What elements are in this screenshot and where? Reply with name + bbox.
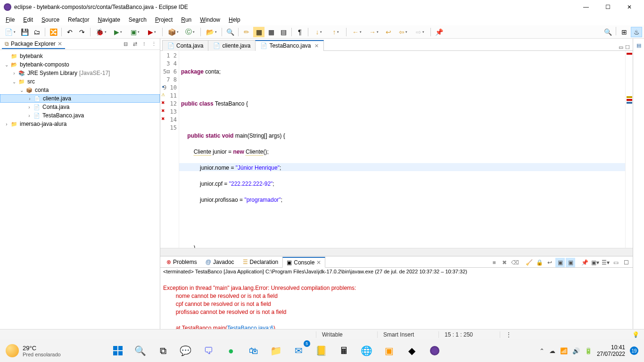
open-console-icon[interactable]: ☰▾ <box>601 258 610 267</box>
external-tools-button[interactable]: ▶ <box>144 27 160 37</box>
close-tab-icon[interactable]: ✕ <box>314 43 319 49</box>
new-button[interactable]: 📄 <box>2 27 18 37</box>
new-java-class-button[interactable]: Ⓒ <box>182 27 198 37</box>
quick-access-button[interactable]: 🔍 <box>602 27 613 37</box>
pilcrow-button[interactable]: ¶ <box>294 27 305 37</box>
editor-area[interactable]: ● ⚠ ✖ ✖ ✖ 1 2 3 4 5⊟ 6 7 8 9 10 11 12 13… <box>160 51 633 248</box>
menu-navigate[interactable]: Navigate <box>94 15 124 25</box>
show-console-icon[interactable]: ▣ <box>555 258 565 267</box>
package-explorer-tab[interactable]: ⧉ Package Explorer ✕ <box>2 40 65 49</box>
forward-button[interactable]: → <box>366 27 382 37</box>
menu-file[interactable]: File <box>2 15 18 25</box>
line-gutter[interactable]: ● ⚠ ✖ ✖ ✖ 1 2 3 4 5⊟ 6 7 8 9 10 11 12 13… <box>160 51 179 248</box>
word-wrap-icon[interactable]: ↩ <box>545 258 554 267</box>
taskbar-taskview-icon[interactable]: ⧉ <box>154 341 173 360</box>
fwd-history-button[interactable]: ⇨ <box>412 27 428 37</box>
taskbar-weather[interactable]: 29°C Pred ensolarado <box>6 344 61 357</box>
remove-launch-icon[interactable]: ✖ <box>500 258 509 267</box>
tree-file-conta[interactable]: ›📄 Conta.java <box>0 103 160 111</box>
menu-source[interactable]: Source <box>38 15 63 25</box>
tray-wifi-icon[interactable]: 📶 <box>560 347 568 354</box>
link-editor-icon[interactable]: ⇄ <box>131 40 139 49</box>
debug-button[interactable]: 🐞 <box>93 27 109 37</box>
focus-icon[interactable]: ⁝ <box>140 40 149 49</box>
toggle-word-wrap-button[interactable]: ▤ <box>278 27 289 37</box>
tree-file-cliente[interactable]: ›📄 cliente.java <box>0 94 160 103</box>
start-button[interactable] <box>108 341 127 360</box>
menu-search[interactable]: Search <box>125 15 150 25</box>
pin-console-icon[interactable]: 📌 <box>580 258 589 267</box>
tab-javadoc[interactable]: @ Javadoc <box>201 257 239 267</box>
taskbar-store-icon[interactable]: 🛍 <box>244 341 263 360</box>
toggle-block-button[interactable]: ▦ <box>253 27 264 37</box>
tab-problems[interactable]: ⊗ Problems <box>162 257 201 267</box>
tab-declaration[interactable]: ☰ Declaration <box>239 257 283 267</box>
project-tree[interactable]: 📁 bytebank ⌄📂 bytebank-composto ›📚 JRE S… <box>0 50 160 329</box>
tray-notifications[interactable]: 19 <box>630 346 638 355</box>
status-overflow-icon[interactable]: ⋮ <box>500 331 517 338</box>
undo-button[interactable]: ↶ <box>64 27 75 37</box>
min-view-icon[interactable]: ▭ <box>611 258 620 267</box>
tray-chevron-icon[interactable]: ⌃ <box>539 347 545 354</box>
tab-console[interactable]: ▣ Console ✕ <box>282 257 325 268</box>
prev-annotation-button[interactable]: ↑ <box>328 27 344 37</box>
editor-tab-conta[interactable]: 📄 Conta.java <box>162 40 208 51</box>
scroll-lock-icon[interactable]: 🔒 <box>535 258 544 267</box>
toggle-ws-button[interactable]: ▦ <box>265 27 277 37</box>
save-all-button[interactable]: 🗂 <box>31 27 42 37</box>
menu-run[interactable]: Run <box>177 15 195 25</box>
tray-clock[interactable]: 10:41 27/07/2022 <box>597 344 625 357</box>
taskbar-spotify-icon[interactable]: ● <box>222 341 240 360</box>
next-annotation-button[interactable]: ↓ <box>311 27 327 37</box>
back-history-button[interactable]: ⇦ <box>395 27 411 37</box>
open-perspective-button[interactable]: ⊞ <box>619 27 630 37</box>
save-button[interactable]: 💾 <box>19 27 30 37</box>
open-type-button[interactable]: 📂 <box>203 27 219 37</box>
remove-all-icon[interactable]: ⌫ <box>510 258 520 267</box>
taskbar-explorer-icon[interactable]: 📁 <box>267 341 286 360</box>
tree-project-imersao[interactable]: ›📁 imersao-java-alura <box>0 120 160 128</box>
tree-project-bytebank[interactable]: 📁 bytebank <box>0 52 160 60</box>
taskbar-discord-icon[interactable]: 🗨 <box>199 341 218 360</box>
console-output[interactable]: Exception in thread "main" java.lang.Err… <box>160 275 633 329</box>
view-menu-icon[interactable]: ⋮ <box>149 40 158 49</box>
max-view-icon[interactable]: ☐ <box>621 258 631 267</box>
editor-tab-testabanco[interactable]: 📄 TestaBanco.java ✕ <box>255 40 324 51</box>
editor-tab-cliente[interactable]: 📄 cliente.java <box>208 40 256 51</box>
collapse-all-icon[interactable]: ⊟ <box>121 40 130 49</box>
switch-editor-button[interactable]: 🔀 <box>48 27 59 37</box>
tree-src[interactable]: ⌄📁 src <box>0 77 160 86</box>
taskbar-sublime-icon[interactable]: ▣ <box>380 341 399 360</box>
display-console-icon[interactable]: ▣▾ <box>590 258 600 267</box>
search-button[interactable]: 🔍 <box>224 27 236 37</box>
console-link[interactable]: TestaBanco.java:6 <box>227 325 273 329</box>
close-view-icon[interactable]: ✕ <box>58 41 62 47</box>
tray-onedrive-icon[interactable]: ☁ <box>549 347 555 354</box>
clear-console-icon[interactable]: 🧹 <box>524 258 534 267</box>
minimize-editor-icon[interactable]: ▭ <box>619 44 623 50</box>
close-tab-icon[interactable]: ✕ <box>316 259 321 266</box>
taskbar-calculator-icon[interactable]: 🖩 <box>335 341 354 360</box>
taskbar-mail-icon[interactable]: ✉5 <box>289 341 308 360</box>
menu-edit[interactable]: Edit <box>19 15 37 25</box>
taskbar-app-icon[interactable]: ◆ <box>403 341 421 360</box>
taskbar-onenote-icon[interactable]: 📒 <box>312 341 331 360</box>
outline-trim-icon[interactable]: ▤ <box>634 41 644 50</box>
tree-project-bytebank-composto[interactable]: ⌄📂 bytebank-composto <box>0 60 160 69</box>
code-editor[interactable]: package conta; public class TestaBanco {… <box>179 51 625 248</box>
menu-project[interactable]: Project <box>151 15 176 25</box>
tree-jre[interactable]: ›📚 JRE System Library [JavaSE-17] <box>0 69 160 77</box>
back-button[interactable]: ← <box>349 27 365 37</box>
tray-battery-icon[interactable]: 🔋 <box>585 347 592 354</box>
editor-h-scrollbar[interactable] <box>160 248 633 256</box>
overview-ruler[interactable] <box>625 51 633 248</box>
tray-volume-icon[interactable]: 🔊 <box>572 347 580 354</box>
redo-button[interactable]: ↷ <box>76 27 88 37</box>
minimize-button[interactable]: — <box>575 0 597 14</box>
pin-editor-button[interactable]: 📌 <box>433 27 445 37</box>
menu-help[interactable]: Help <box>225 15 244 25</box>
taskbar-eclipse-icon[interactable] <box>425 341 444 360</box>
terminate-icon[interactable]: ■ <box>489 258 499 267</box>
menu-window[interactable]: Window <box>196 15 224 25</box>
close-button[interactable]: ✕ <box>619 0 640 14</box>
